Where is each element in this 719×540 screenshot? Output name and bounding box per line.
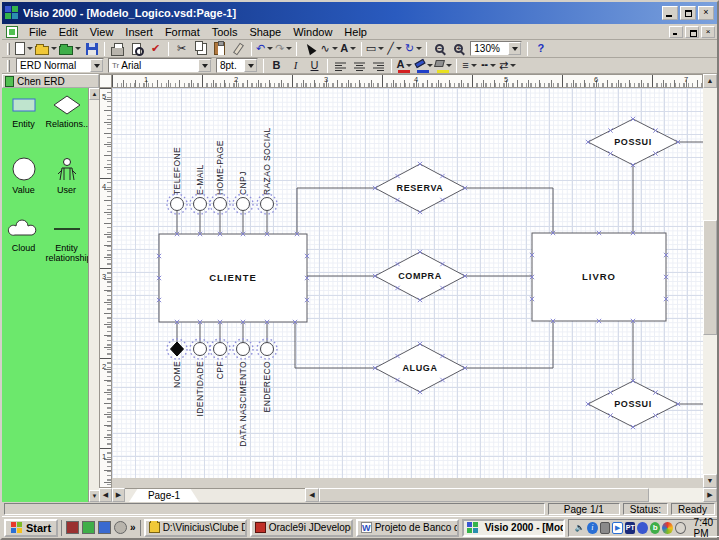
scroll-left-icon[interactable]: ◀ [305, 488, 319, 502]
close-button[interactable]: × [698, 6, 714, 20]
pointer-tool-button[interactable] [300, 40, 319, 57]
copy-button[interactable] [191, 40, 210, 57]
rotate-tool-button[interactable]: ↻ [404, 40, 423, 57]
stencil-item-entity[interactable]: Entity [2, 94, 45, 152]
rectangle-tool-button[interactable]: ▭ [365, 40, 385, 57]
stencil-title-bar[interactable]: Chen ERD [2, 74, 99, 88]
stencil-item-entity-relationship[interactable]: Entity relationship [45, 218, 88, 276]
fill-color-button[interactable] [434, 57, 453, 74]
style-dropdown-icon[interactable] [90, 59, 103, 72]
minimize-button[interactable] [662, 6, 678, 20]
cut-button[interactable]: ✂ [172, 40, 191, 57]
doc-close-button[interactable]: × [701, 26, 715, 38]
vertical-scroll-thumb[interactable] [703, 220, 717, 335]
quicklaunch-icon-3[interactable] [98, 521, 111, 534]
stencil-item-user[interactable]: User [45, 156, 88, 214]
mediaplayer-icon[interactable]: ▶ [612, 522, 623, 534]
text-tool-button[interactable]: A [339, 40, 358, 57]
menu-view[interactable]: View [84, 25, 120, 39]
ab-icon[interactable] [637, 522, 647, 534]
zoom-out-button[interactable]: − [430, 40, 449, 57]
connector-reserva-livro[interactable] [465, 188, 553, 233]
italic-button[interactable]: I [286, 57, 305, 74]
page-nav-right-icon[interactable]: ▶ [112, 488, 125, 502]
taskbar-task-word[interactable]: W Projeto de Banco de D... [356, 519, 459, 537]
line-color-button[interactable] [414, 57, 434, 74]
spelling-button[interactable]: ✔ [146, 40, 165, 57]
connector-tool-button[interactable]: ∿ [319, 40, 338, 57]
horizontal-scroll-thumb[interactable] [319, 488, 649, 502]
toolbar-grip[interactable] [7, 43, 10, 55]
system-icon[interactable] [600, 522, 611, 534]
clock-icon[interactable] [675, 522, 686, 534]
help-button[interactable]: ? [531, 40, 550, 57]
sheet-tab-page1[interactable]: Page-1 [129, 489, 199, 502]
toolbar-grip2[interactable] [7, 60, 10, 72]
font-dropdown-icon[interactable] [198, 59, 211, 72]
print-button[interactable] [108, 40, 127, 57]
menu-tools[interactable]: Tools [206, 25, 244, 39]
open-button[interactable] [34, 40, 58, 57]
connector-reserva-cliente[interactable] [297, 188, 375, 234]
start-button[interactable]: Start [4, 519, 58, 537]
paste-button[interactable] [210, 40, 229, 57]
line-tool-button[interactable]: ╱ [385, 40, 404, 57]
quicklaunch-icon-1[interactable] [66, 521, 79, 534]
pinwheel-icon[interactable] [662, 522, 672, 534]
zoom-select[interactable]: 130% [470, 41, 522, 56]
connector-aluga-livro[interactable] [465, 321, 553, 368]
align-right-button[interactable] [369, 57, 388, 74]
scroll-right-icon[interactable]: ▶ [703, 488, 717, 502]
zoom-dropdown-icon[interactable] [508, 42, 521, 55]
stencil-item-value[interactable]: Value [2, 156, 45, 214]
line-ends-button[interactable]: ⇄ [498, 57, 517, 74]
line-pattern-button[interactable]: ╍ [479, 57, 498, 74]
icq-icon[interactable]: b [650, 522, 660, 534]
language-indicator[interactable]: PT [625, 522, 635, 534]
line-weight-button[interactable]: ≡ [460, 57, 479, 74]
menu-help[interactable]: Help [338, 25, 373, 39]
taskbar-task-explorer[interactable]: D:\Vinicius\Clube Delp... [144, 519, 247, 537]
horizontal-scrollbar[interactable]: ◀ ▶ [305, 488, 717, 502]
open-stencil-button[interactable] [58, 40, 82, 57]
align-center-button[interactable] [350, 57, 369, 74]
underline-button[interactable]: U [305, 57, 324, 74]
info-icon[interactable]: i [587, 522, 597, 534]
scroll-down-icon[interactable]: ▼ [703, 474, 717, 488]
page-nav-left-icon[interactable]: ◀ [99, 488, 112, 502]
menu-file[interactable]: File [23, 25, 53, 39]
restore-button[interactable] [680, 6, 696, 20]
attribute-nome-key-diamond[interactable] [171, 342, 184, 356]
zoom-in-button[interactable]: + [449, 40, 468, 57]
menu-format[interactable]: Format [159, 25, 206, 39]
doc-restore-button[interactable] [685, 26, 699, 38]
stencil-scrollbar[interactable]: ▲ ▼ [88, 88, 99, 502]
menu-edit[interactable]: Edit [53, 25, 84, 39]
scroll-up-icon[interactable]: ▲ [703, 74, 717, 88]
new-button[interactable] [14, 40, 34, 57]
connector-aluga-cliente[interactable] [295, 322, 375, 368]
stencil-item-relationship[interactable]: Relations... [45, 94, 88, 152]
undo-button[interactable]: ↶ [255, 40, 274, 57]
font-color-button[interactable]: A [395, 57, 414, 74]
save-button[interactable] [82, 40, 101, 57]
doc-minimize-button[interactable] [669, 26, 683, 38]
stencil-item-cloud[interactable]: Cloud [2, 218, 45, 276]
volume-icon[interactable]: 🔈 [575, 522, 585, 534]
vertical-scrollbar[interactable]: ▲ ▼ [703, 74, 717, 488]
align-left-button[interactable] [331, 57, 350, 74]
redo-button[interactable]: ↷ [274, 40, 293, 57]
bold-button[interactable]: B [267, 57, 286, 74]
quicklaunch-icon-2[interactable] [82, 521, 95, 534]
quicklaunch-icon-4[interactable] [114, 521, 127, 534]
size-dropdown-icon[interactable] [244, 59, 257, 72]
taskbar-task-visio[interactable]: Visio 2000 - [Model... [462, 519, 565, 537]
print-preview-button[interactable] [127, 40, 146, 57]
menu-insert[interactable]: Insert [119, 25, 159, 39]
menu-window[interactable]: Window [287, 25, 338, 39]
drawing-page[interactable]: CLIENTE LIVRO RESERVA COMPRA ALUGA POSSU… [112, 88, 707, 478]
menu-shape[interactable]: Shape [243, 25, 287, 39]
taskbar-task-jdeveloper[interactable]: Oracle9i JDeveloper - ... [250, 519, 353, 537]
style-select[interactable]: ERD Normal [16, 58, 104, 73]
format-painter-button[interactable] [229, 40, 248, 57]
